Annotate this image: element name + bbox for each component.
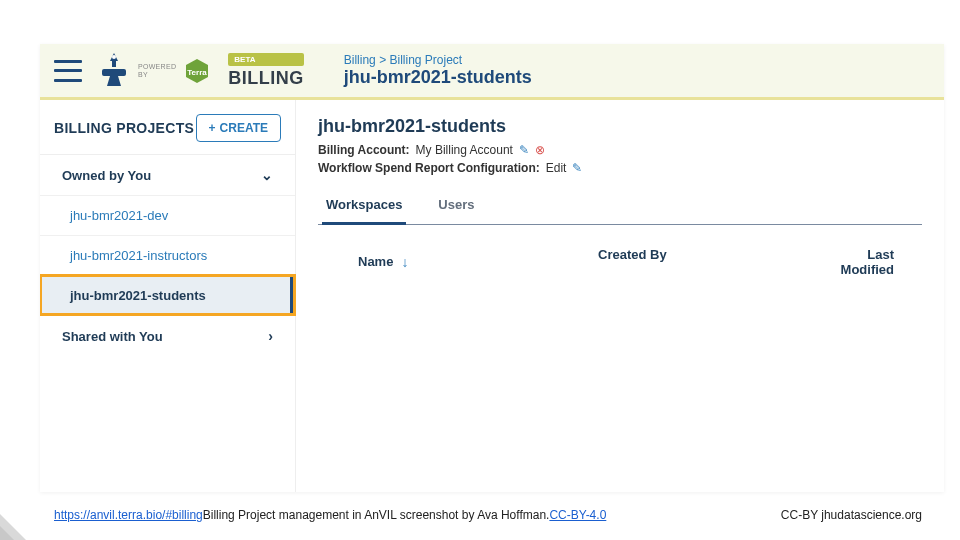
- column-name-label: Name: [358, 254, 393, 269]
- create-label: CREATE: [220, 121, 268, 135]
- app-window: POWERED BY Terra BETA BILLING Billing > …: [40, 44, 944, 492]
- section-shared-label: Shared with You: [62, 329, 163, 344]
- anvil-logo-icon: [98, 51, 130, 91]
- table-header: Name ↓ Created By Last Modified: [318, 225, 922, 277]
- breadcrumb-title: jhu-bmr2021-students: [344, 67, 532, 88]
- footer-url-link[interactable]: https://anvil.terra.bio/#billing: [54, 508, 203, 522]
- corner-decoration: [0, 496, 44, 540]
- project-title: jhu-bmr2021-students: [318, 116, 922, 137]
- pencil-icon[interactable]: ✎: [572, 161, 582, 175]
- column-last-modified[interactable]: Last Modified: [838, 247, 894, 277]
- tab-workspaces[interactable]: Workspaces: [322, 189, 406, 225]
- billing-title: BILLING: [228, 68, 304, 89]
- footer-attribution: CC-BY jhudatascience.org: [781, 508, 922, 522]
- workflow-config-label: Workflow Spend Report Configuration:: [318, 161, 540, 175]
- project-item-dev[interactable]: jhu-bmr2021-dev: [40, 195, 295, 235]
- billing-account-label: Billing Account:: [318, 143, 410, 157]
- page-title-block: BETA BILLING: [228, 53, 304, 89]
- breadcrumb-block: Billing > Billing Project jhu-bmr2021-st…: [344, 53, 532, 88]
- footer-license-link[interactable]: CC-BY-4.0: [549, 508, 606, 522]
- section-shared-with-you[interactable]: Shared with You ›: [40, 315, 295, 356]
- svg-point-0: [112, 55, 116, 59]
- project-item-instructors[interactable]: jhu-bmr2021-instructors: [40, 235, 295, 275]
- sort-arrow-icon: ↓: [401, 254, 408, 270]
- plus-icon: +: [209, 121, 216, 135]
- project-item-students[interactable]: jhu-bmr2021-students: [40, 275, 295, 315]
- section-owned-by-you[interactable]: Owned by You ⌄: [40, 154, 295, 195]
- breadcrumb[interactable]: Billing > Billing Project: [344, 53, 532, 67]
- breadcrumb-separator: >: [379, 53, 389, 67]
- main-panel: jhu-bmr2021-students Billing Account: My…: [296, 100, 944, 492]
- create-button[interactable]: + CREATE: [196, 114, 281, 142]
- svg-text:Terra: Terra: [188, 68, 208, 77]
- workflow-config-value: Edit: [546, 161, 567, 175]
- chevron-down-icon: ⌄: [261, 167, 273, 183]
- terra-logo-icon: Terra: [184, 58, 210, 84]
- sidebar-header: BILLING PROJECTS + CREATE: [40, 114, 295, 154]
- menu-button[interactable]: [54, 60, 82, 82]
- header-bar: POWERED BY Terra BETA BILLING Billing > …: [40, 44, 944, 100]
- footer-text: Billing Project management in AnVIL scre…: [203, 508, 550, 522]
- billing-account-row: Billing Account: My Billing Account ✎ ⊗: [318, 143, 922, 157]
- content-area: BILLING PROJECTS + CREATE Owned by You ⌄…: [40, 100, 944, 492]
- breadcrumb-child[interactable]: Billing Project: [389, 53, 462, 67]
- powered-by-label: POWERED BY: [138, 63, 176, 78]
- beta-badge: BETA: [228, 53, 304, 66]
- pencil-icon[interactable]: ✎: [519, 143, 529, 157]
- sidebar: BILLING PROJECTS + CREATE Owned by You ⌄…: [40, 100, 296, 492]
- section-owned-label: Owned by You: [62, 168, 151, 183]
- sidebar-title: BILLING PROJECTS: [54, 120, 194, 136]
- column-name[interactable]: Name ↓: [358, 247, 598, 277]
- column-created-by[interactable]: Created By: [598, 247, 838, 277]
- logo-group: POWERED BY Terra: [98, 51, 210, 91]
- breadcrumb-parent[interactable]: Billing: [344, 53, 376, 67]
- tab-users[interactable]: Users: [434, 189, 478, 225]
- tabs: Workspaces Users: [318, 189, 922, 225]
- billing-account-value: My Billing Account: [416, 143, 513, 157]
- chevron-right-icon: ›: [268, 328, 273, 344]
- workflow-config-row: Workflow Spend Report Configuration: Edi…: [318, 161, 922, 175]
- remove-icon[interactable]: ⊗: [535, 143, 545, 157]
